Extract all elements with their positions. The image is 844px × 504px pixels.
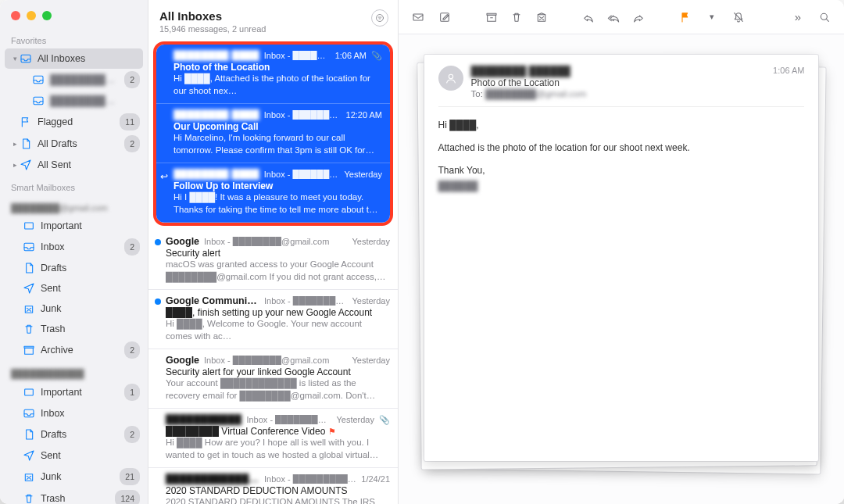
svg-rect-3 <box>25 223 34 229</box>
sidebar-item-flagged[interactable]: Flagged 11 <box>0 111 148 133</box>
sidebar-item-junk[interactable]: Junk <box>0 298 148 319</box>
reply-all-button[interactable] <box>605 9 622 26</box>
compose-button[interactable] <box>436 9 453 26</box>
message-list[interactable]: ████████ ████Inbox - ████████@gmail.com1… <box>148 40 398 504</box>
sidebar-account-header-1[interactable]: ████████@gmail.com <box>0 195 148 216</box>
message-time: 1/24/21 <box>361 474 390 484</box>
sidebar-item-inbox[interactable]: Inbox2 <box>0 236 148 258</box>
toolbar-reply-group <box>580 9 647 26</box>
paper-plane-icon <box>19 159 33 171</box>
message-row[interactable]: GoogleInbox - ████████@gmail.comYesterda… <box>148 231 398 290</box>
mute-button[interactable] <box>730 9 747 26</box>
message-subject: Our Upcoming Call <box>173 121 382 132</box>
message-time: 1:06 AM <box>335 51 367 60</box>
toolbar-overflow-button[interactable]: » <box>789 9 806 26</box>
message-row[interactable]: Google Community TeamInbox - ████████@gm… <box>148 290 398 349</box>
sidebar-item-drafts[interactable]: Drafts <box>0 258 148 278</box>
sender-avatar[interactable] <box>438 66 463 91</box>
svg-rect-9 <box>24 409 34 416</box>
sidebar-item-label: Important <box>41 384 124 400</box>
minimize-window-button[interactable] <box>27 11 36 20</box>
message-row[interactable]: ████████ ████Inbox - ████████████12:20 A… <box>156 104 390 163</box>
drafts-icon <box>22 262 36 274</box>
message-from[interactable]: ████████ ██████ <box>471 66 587 77</box>
sidebar-item-archive[interactable]: Archive2 <box>0 339 148 361</box>
sidebar-item-account-inbox-1[interactable]: ████████@g… 2 <box>0 69 148 91</box>
message-time: Yesterday <box>352 237 390 246</box>
message-row[interactable]: GoogleInbox - ████████@gmail.comYesterda… <box>148 349 398 409</box>
chevron-right-icon[interactable]: ▸ <box>11 136 19 152</box>
reply-button[interactable] <box>580 9 597 26</box>
message-row[interactable]: ████████ ████Inbox - ████████@gmail.com1… <box>156 45 390 104</box>
inbox-tray-icon <box>19 52 33 65</box>
sidebar-item-all-inboxes[interactable]: ▾ All Inboxes <box>5 48 143 69</box>
sidebar-item-all-drafts[interactable]: ▸ All Drafts 2 <box>0 133 148 155</box>
message-time: 1:06 AM <box>773 66 804 75</box>
message-content[interactable]: ████████ ██████ Photo of the Location To… <box>424 55 819 461</box>
sidebar-item-trash[interactable]: Trash124 <box>0 488 148 504</box>
inbox-tray-icon <box>31 95 45 107</box>
sidebar-account-header-2[interactable]: ████████████ <box>0 361 148 381</box>
message-subject: Security alert <box>166 248 390 259</box>
sidebar-item-drafts[interactable]: Drafts2 <box>0 424 148 445</box>
sidebar: Favorites ▾ All Inboxes ████████@g… 2 ██… <box>0 0 148 504</box>
message-row[interactable]: ↩████████ ████Inbox - ████████@gmail.com… <box>156 163 390 223</box>
message-row[interactable]: ███████████Inbox - ████████████…Yesterda… <box>148 409 398 468</box>
count-badge: 124 <box>115 490 140 504</box>
message-time: Yesterday <box>352 356 390 365</box>
sidebar-item-label: Inbox <box>41 406 140 421</box>
unread-dot-icon <box>155 298 161 305</box>
sidebar-item-label: All Drafts <box>38 136 124 152</box>
svg-rect-15 <box>487 13 496 15</box>
count-badge: 2 <box>124 341 140 359</box>
sidebar-item-account-inbox-2[interactable]: ████████… <box>0 91 148 111</box>
message-sender: ████████ ████ <box>173 50 259 61</box>
mark-unread-button[interactable] <box>409 9 427 26</box>
flag-button[interactable] <box>677 9 694 26</box>
sidebar-item-important[interactable]: Important <box>0 216 148 236</box>
sidebar-item-all-sent[interactable]: ▸ All Sent <box>0 155 148 175</box>
archive-button[interactable] <box>483 9 500 26</box>
close-window-button[interactable] <box>11 11 20 20</box>
search-button[interactable] <box>816 9 833 26</box>
attachment-icon: 📎 <box>379 415 390 425</box>
chevron-right-icon[interactable]: ▸ <box>11 157 19 173</box>
document-icon <box>19 138 33 150</box>
sidebar-item-label: Junk <box>41 469 120 484</box>
svg-rect-8 <box>25 389 34 395</box>
zoom-window-button[interactable] <box>42 11 52 20</box>
message-preview: 2020 STANDARD DEDUCTION AMOUNTS The IRS … <box>166 496 390 504</box>
unread-badge: 2 <box>124 71 140 88</box>
message-row[interactable]: ████████████ CPAInbox - ████████████…1/2… <box>148 468 398 504</box>
flag-menu-button[interactable]: ▾ <box>703 9 721 26</box>
delete-button[interactable] <box>508 9 525 26</box>
message-mailbox: Inbox - ████████@gmail.com <box>204 237 347 246</box>
filter-button[interactable] <box>371 9 388 27</box>
junk-button[interactable] <box>533 9 550 26</box>
sidebar-item-important[interactable]: Important1 <box>0 381 148 403</box>
junk-icon <box>22 470 36 483</box>
message-mailbox: Inbox - ████████████… <box>264 474 356 484</box>
message-mailbox: Inbox - ████████@gmail.com <box>264 296 347 306</box>
sent-icon <box>22 282 36 295</box>
count-badge: 21 <box>120 468 140 485</box>
mail-window: Favorites ▾ All Inboxes ████████@g… 2 ██… <box>0 0 844 504</box>
message-preview: Hi Marcelino, I'm looking forward to our… <box>173 132 382 156</box>
chevron-down-icon[interactable]: ▾ <box>11 51 19 66</box>
selection-highlight: ████████ ████Inbox - ████████@gmail.com1… <box>153 41 393 226</box>
sidebar-item-sent[interactable]: Sent <box>0 445 148 466</box>
count-badge: 1 <box>124 384 140 401</box>
sidebar-item-inbox[interactable]: Inbox <box>0 403 148 424</box>
inbox-icon <box>22 407 36 420</box>
message-preview: Hi ████ How are you? I hope all is well … <box>166 437 390 461</box>
forward-button[interactable] <box>630 9 647 26</box>
sidebar-item-trash[interactable]: Trash <box>0 319 148 339</box>
message-stack: ████████ ██████ Photo of the Location To… <box>424 55 819 461</box>
message-body: Hi ████, Attached is the photo of the lo… <box>438 107 805 194</box>
sidebar-item-junk[interactable]: Junk21 <box>0 466 148 488</box>
sidebar-item-label: Inbox <box>41 239 124 255</box>
sidebar-item-sent[interactable]: Sent <box>0 278 148 298</box>
message-subject: ████, finish setting up your new Google … <box>166 307 390 318</box>
drafts-icon <box>22 428 36 441</box>
body-signoff: Thank You, <box>438 163 805 178</box>
